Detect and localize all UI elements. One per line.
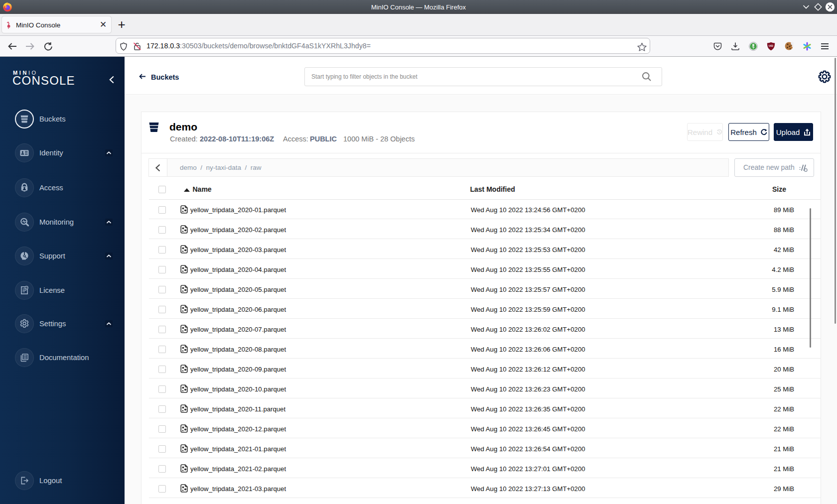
svg-text:UO: UO bbox=[769, 44, 773, 47]
